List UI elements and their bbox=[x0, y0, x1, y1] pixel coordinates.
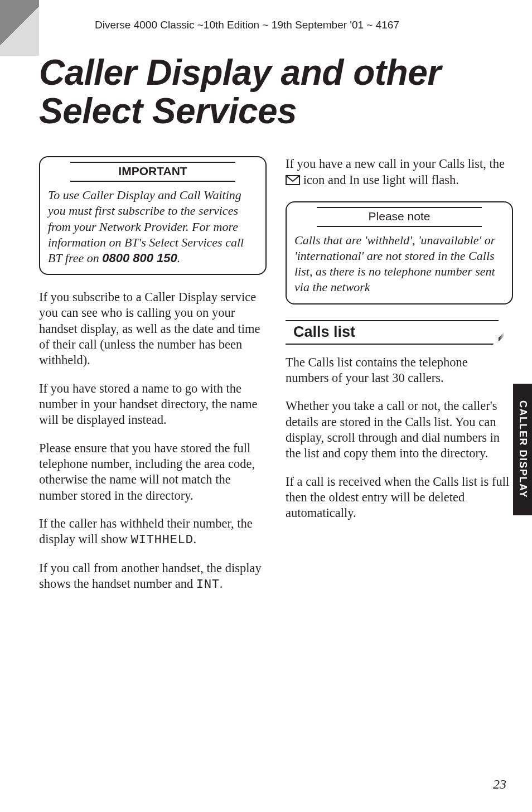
left-p1: If you subscribe to a Caller Display ser… bbox=[39, 289, 267, 369]
left-p5-post: . bbox=[220, 577, 223, 591]
right-p2: The Calls list contains the telephone nu… bbox=[286, 355, 513, 386]
please-note-body: Calls that are 'withheld', 'unavailable'… bbox=[294, 233, 504, 296]
left-p3: Please ensure that you have stored the f… bbox=[39, 441, 267, 504]
two-column-layout: IMPORTANT To use Caller Display and Call… bbox=[39, 156, 513, 592]
please-note-box: Please note Calls that are 'withheld', '… bbox=[286, 201, 513, 304]
left-column: IMPORTANT To use Caller Display and Call… bbox=[39, 156, 267, 592]
side-tab: CALLER DISPLAY bbox=[513, 384, 532, 515]
heading-diagonal-decoration bbox=[491, 320, 513, 345]
right-p1-post: icon and In use light will flash. bbox=[303, 173, 459, 187]
envelope-icon bbox=[286, 173, 300, 189]
side-tab-label: CALLER DISPLAY bbox=[517, 400, 529, 498]
right-column: If you have a new call in your Calls lis… bbox=[286, 156, 513, 592]
right-p4: If a call is received when the Calls lis… bbox=[286, 474, 513, 521]
important-label: IMPORTANT bbox=[70, 162, 235, 182]
right-p3: Whether you take a call or not, the call… bbox=[286, 398, 513, 461]
page: CALLER DISPLAY Diverse 4000 Classic ~10t… bbox=[0, 0, 532, 812]
left-p5-pre: If you call from another handset, the di… bbox=[39, 561, 262, 591]
left-p4-post: . bbox=[193, 532, 196, 546]
corner-decoration bbox=[0, 0, 39, 56]
left-p5-mono: INT bbox=[196, 577, 220, 592]
left-p2: If you have stored a name to go with the… bbox=[39, 381, 267, 428]
right-p1-pre: If you have a new call in your Calls lis… bbox=[286, 157, 505, 171]
important-body: To use Caller Display and Call Waiting y… bbox=[48, 187, 258, 266]
important-body-post: . bbox=[177, 251, 181, 265]
content-area: Caller Display and other Select Services… bbox=[39, 54, 513, 593]
left-edge-white-cover bbox=[0, 56, 39, 812]
right-p1: If you have a new call in your Calls lis… bbox=[286, 156, 513, 189]
calls-list-heading: Calls list bbox=[286, 320, 513, 345]
left-p4-mono: WITHHELD bbox=[130, 533, 193, 547]
title-line-2: Select Services bbox=[39, 91, 297, 131]
page-number: 23 bbox=[493, 777, 506, 792]
left-p4: If the caller has withheld their number,… bbox=[39, 516, 267, 548]
page-title: Caller Display and other Select Services bbox=[39, 54, 513, 130]
calls-list-heading-text: Calls list bbox=[286, 320, 513, 345]
please-note-label: Please note bbox=[317, 207, 482, 227]
title-line-1: Caller Display and other bbox=[39, 52, 441, 93]
important-box: IMPORTANT To use Caller Display and Call… bbox=[39, 156, 267, 275]
important-phone: 0800 800 150 bbox=[102, 251, 177, 265]
running-header: Diverse 4000 Classic ~10th Edition ~ 19t… bbox=[95, 19, 399, 31]
left-p5: If you call from another handset, the di… bbox=[39, 560, 267, 593]
